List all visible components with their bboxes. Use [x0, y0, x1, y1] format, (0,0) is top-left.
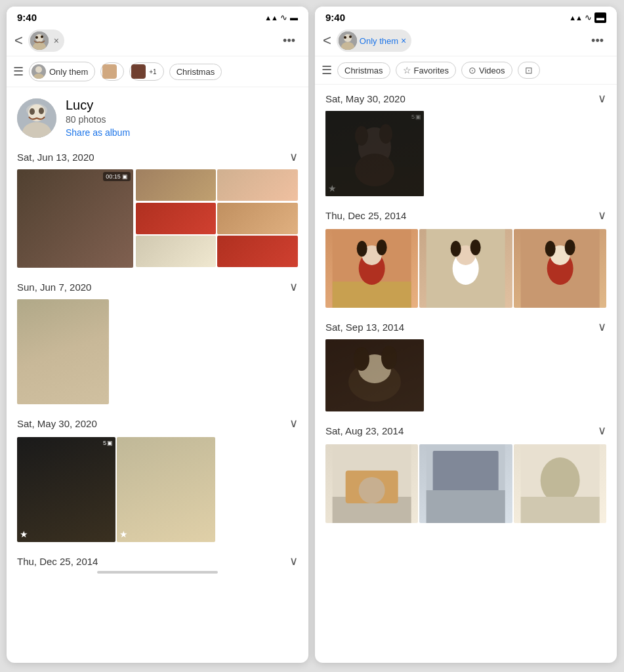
nav-bar-left: < × ••• [7, 26, 308, 56]
collapse-btn-right-dec25[interactable]: ∨ [598, 208, 606, 222]
filter-chip-videos[interactable]: ⊙ Videos [461, 62, 512, 79]
status-icons-left: ▲▲ ∿ ▬ [264, 12, 298, 22]
photo-dec25-2[interactable] [419, 229, 512, 308]
stack-count: 5 [103, 440, 106, 446]
photo-grid-5[interactable] [136, 236, 217, 267]
collapse-btn-right-sep13[interactable]: ∨ [598, 320, 606, 334]
date-section-may30: Sat, May 30, 2020 ∨ [7, 410, 308, 433]
stack-icon: ▣ [107, 440, 113, 446]
svg-rect-57 [520, 497, 599, 523]
status-bar-right: 9:40 ▲▲ ∿ ▬ [315, 7, 617, 26]
date-header-jun7: Sun, Jun 7, 2020 ∨ [17, 280, 298, 294]
svg-point-3 [35, 36, 38, 39]
photo-right-sep13[interactable] [325, 339, 424, 411]
photo-aug23-3[interactable] [514, 444, 606, 523]
svg-point-40 [564, 240, 575, 255]
more-button-right[interactable]: ••• [586, 32, 609, 51]
collapse-btn-right-may30[interactable]: ∨ [598, 91, 606, 106]
battery-icon-left: ▬ [290, 13, 298, 22]
person-chip-left[interactable]: × [28, 30, 64, 52]
svg-point-30 [377, 240, 387, 255]
star-badge-may30-2: ★ [119, 529, 128, 539]
date-section-right-may30: Sat, May 30, 2020 ∨ [315, 85, 617, 108]
svg-point-14 [26, 104, 47, 117]
signal-icon-right: ▲▲ [569, 14, 582, 22]
date-header-right-dec25: Thu, Dec 25, 2014 ∨ [325, 208, 606, 222]
photo-row-aug23 [315, 440, 617, 528]
filter-icon-right[interactable]: ☰ [322, 63, 332, 77]
date-label-jun13: Sat, Jun 13, 2020 [17, 152, 94, 163]
video-badge-jun13: 00:15 ▣ [103, 172, 131, 181]
chip-close-left[interactable]: × [54, 35, 59, 46]
filter-chip-person[interactable]: ⊡ [518, 62, 540, 79]
filter-chip-only-them-left[interactable]: Only them [29, 62, 95, 81]
back-button-left[interactable]: < [14, 32, 23, 49]
christmas-label-left: Christmas [177, 67, 215, 77]
photo-right-may30[interactable]: 5 ▣ ★ [325, 111, 424, 196]
play-icon-filter: ⊙ [468, 65, 476, 75]
svg-point-6 [35, 66, 42, 73]
photo-grid-1[interactable] [136, 169, 217, 201]
video-duration: 00:15 [106, 173, 121, 180]
date-header-dec25-left: Thu, Dec 25, 2014 ∨ [17, 554, 298, 568]
photo-grid-6[interactable] [217, 236, 298, 267]
collapse-btn-dec25-left[interactable]: ∨ [289, 554, 298, 568]
photo-dec25-1[interactable] [325, 229, 418, 308]
status-time-left: 9:40 [17, 12, 37, 23]
collapse-btn-right-aug23[interactable]: ∨ [598, 423, 606, 438]
more-button-left[interactable]: ••• [278, 32, 301, 51]
status-bar-left: 9:40 ▲▲ ∿ ▬ [7, 7, 308, 26]
photo-grid-4[interactable] [217, 203, 298, 234]
photo-aug23-2[interactable] [419, 444, 512, 523]
back-button-right[interactable]: < [323, 32, 331, 49]
date-header-jun13: Sat, Jun 13, 2020 ∨ [17, 150, 298, 164]
collapse-btn-jun13[interactable]: ∨ [289, 150, 298, 164]
filter-chip-face2[interactable]: +1 [129, 62, 163, 81]
photo-aug23-1[interactable] [325, 444, 418, 523]
share-album-link[interactable]: Share as album [66, 127, 130, 138]
profile-info: Lucy 80 photos Share as album [66, 98, 130, 138]
photo-dec25-3[interactable] [514, 229, 606, 308]
profile-name: Lucy [66, 98, 130, 113]
star-badge-may30-1: ★ [20, 529, 28, 539]
svg-point-56 [540, 457, 579, 503]
filter-chip-christmas-right[interactable]: Christmas [337, 62, 390, 79]
profile-avatar [17, 98, 56, 138]
filter-icon-left[interactable]: ☰ [13, 64, 24, 79]
profile-section: Lucy 80 photos Share as album [7, 87, 308, 143]
person-icon-filter: ⊡ [525, 65, 533, 75]
photo-grid-jun13: 00:15 ▣ [7, 167, 308, 273]
svg-point-24 [379, 124, 392, 144]
collapse-btn-may30[interactable]: ∨ [289, 416, 298, 430]
photo-area-right-may30: 5 ▣ ★ [315, 108, 617, 201]
filter-chip-favorites[interactable]: ☆ Favorites [396, 62, 456, 79]
date-label-may30: Sat, May 30, 2020 [17, 418, 97, 429]
christmas-label-right: Christmas [344, 66, 383, 75]
date-section-jun7: Sun, Jun 7, 2020 ∨ [7, 273, 308, 297]
photo-single-jun7[interactable] [17, 299, 109, 404]
svg-point-45 [381, 346, 397, 369]
photo-may30-1[interactable]: 5 ▣ ★ [17, 437, 115, 542]
date-header-right-aug23: Sat, Aug 23, 2014 ∨ [325, 423, 606, 438]
collapse-btn-jun7[interactable]: ∨ [289, 280, 298, 294]
filter-bar-left: ☰ Only them +1 Christmas [7, 56, 308, 87]
date-section-right-dec25: Thu, Dec 25, 2014 ∨ [315, 201, 617, 225]
date-section-dec25-left: Thu, Dec 25, 2014 ∨ [7, 547, 308, 571]
photo-main-jun13[interactable]: 00:15 ▣ [17, 169, 133, 268]
chip-close-right[interactable]: × [401, 35, 406, 46]
photo-may30-2[interactable]: ★ [117, 437, 215, 542]
face2-img [131, 64, 146, 79]
star-icon-filter: ☆ [403, 65, 411, 75]
photo-row-may30: 5 ▣ ★ ★ [7, 433, 308, 547]
photo-grid-2[interactable] [217, 169, 298, 201]
video-icon: ▣ [122, 173, 128, 180]
svg-point-22 [355, 154, 394, 186]
svg-point-51 [359, 477, 385, 503]
photo-grid-3[interactable] [136, 203, 217, 234]
person-chip-right[interactable]: Only them × [337, 30, 411, 52]
filter-chip-face1[interactable] [100, 62, 124, 81]
date-label-jun7: Sun, Jun 7, 2020 [17, 282, 91, 293]
date-header-right-may30: Sat, May 30, 2020 ∨ [325, 91, 606, 106]
filter-chip-christmas-left[interactable]: Christmas [169, 64, 222, 80]
date-label-right-aug23: Sat, Aug 23, 2014 [325, 425, 404, 436]
